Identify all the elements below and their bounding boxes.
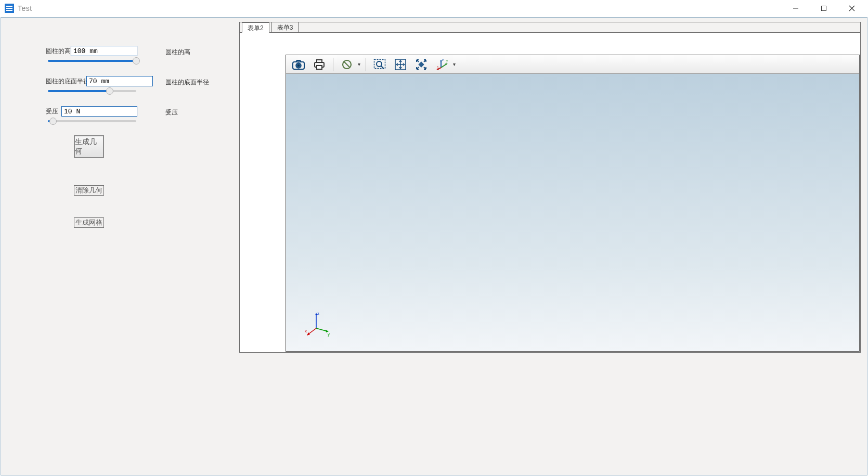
svg-rect-1	[6, 6, 12, 7]
param-pressure-rlabel: 受压	[165, 108, 178, 117]
svg-rect-13	[317, 66, 322, 69]
client-area: 圆柱的高 圆柱的高 圆柱的底面半径 圆柱的底面半径 受压 受压 生成几何	[1, 17, 867, 475]
param-radius-row: 圆柱的底面半径	[46, 76, 153, 86]
generate-mesh-button[interactable]: 生成网格	[74, 217, 104, 228]
svg-text:z: z	[442, 58, 444, 61]
axis-x-label: x	[305, 329, 307, 333]
generate-geometry-button[interactable]: 生成几何	[74, 135, 104, 158]
close-button[interactable]	[838, 0, 866, 17]
axis-gizmo: z y x	[305, 311, 331, 337]
svg-rect-5	[822, 6, 826, 11]
viewport-canvas[interactable]: z y x	[286, 74, 859, 351]
param-pressure-row: 受压	[46, 106, 137, 117]
viewer-area: ▾	[240, 33, 860, 352]
svg-line-7	[849, 6, 854, 11]
tab-bar: 表单2 表单3	[240, 22, 860, 33]
svg-line-15	[344, 61, 350, 67]
app-icon	[4, 3, 15, 14]
toolbar-divider	[333, 58, 333, 71]
viewer-toolbar: ▾	[286, 55, 859, 74]
param-radius-rlabel: 圆柱的底面半径	[165, 78, 209, 87]
param-radius-slider[interactable]	[48, 86, 136, 96]
print-icon[interactable]	[310, 57, 329, 72]
svg-text:x: x	[437, 65, 438, 68]
maximize-button[interactable]	[810, 0, 838, 17]
right-panel: 表单2 表单3 ▾	[239, 22, 861, 353]
axis-y-label: y	[328, 332, 330, 337]
svg-line-6	[849, 6, 854, 11]
toolbar-divider	[366, 58, 366, 71]
svg-rect-16	[374, 59, 385, 68]
left-panel: 圆柱的高 圆柱的高 圆柱的底面半径 圆柱的底面半径 受压 受压 生成几何	[1, 18, 238, 475]
clear-geometry-label: 清除几何	[75, 186, 102, 195]
tab-form3[interactable]: 表单3	[271, 22, 299, 32]
pan-icon[interactable]	[391, 57, 410, 72]
clear-geometry-button[interactable]: 清除几何	[74, 185, 104, 196]
param-pressure-slider[interactable]	[48, 117, 136, 126]
param-height-slider[interactable]	[48, 56, 136, 66]
param-height-label: 圆柱的高	[46, 47, 71, 56]
param-height-input[interactable]	[71, 46, 137, 56]
generate-mesh-label: 生成网格	[75, 218, 102, 227]
svg-point-10	[297, 64, 300, 67]
param-height-rlabel: 圆柱的高	[165, 48, 190, 57]
svg-point-17	[377, 61, 382, 67]
axes-dropdown[interactable]: ▾	[451, 61, 457, 67]
tab-form2[interactable]: 表单2	[242, 22, 269, 33]
param-radius-input[interactable]	[86, 76, 153, 86]
svg-text:y: y	[446, 59, 448, 62]
param-pressure-input[interactable]	[61, 106, 137, 117]
window-title: Test	[18, 4, 32, 12]
tab-form2-label: 表单2	[248, 24, 264, 32]
minimize-button[interactable]	[782, 0, 810, 17]
zoom-select-icon[interactable]	[370, 57, 389, 72]
axis-z-label: z	[317, 311, 319, 316]
generate-geometry-label: 生成几何	[75, 137, 103, 156]
forbid-dropdown[interactable]: ▾	[356, 61, 361, 67]
tab-form3-label: 表单3	[277, 24, 293, 31]
svg-rect-12	[317, 60, 322, 62]
param-pressure-label: 受压	[46, 107, 61, 116]
svg-rect-20	[418, 61, 424, 67]
title-bar: Test	[0, 0, 868, 17]
param-radius-label: 圆柱的底面半径	[46, 77, 86, 86]
camera-icon[interactable]	[289, 57, 308, 72]
viewer-frame: ▾	[286, 55, 860, 352]
param-height-row: 圆柱的高	[46, 46, 137, 56]
axes-icon[interactable]: y z x	[433, 57, 451, 72]
svg-rect-2	[6, 8, 12, 9]
fit-icon[interactable]	[412, 57, 431, 72]
svg-rect-3	[6, 10, 12, 11]
forbid-icon[interactable]	[338, 57, 356, 72]
